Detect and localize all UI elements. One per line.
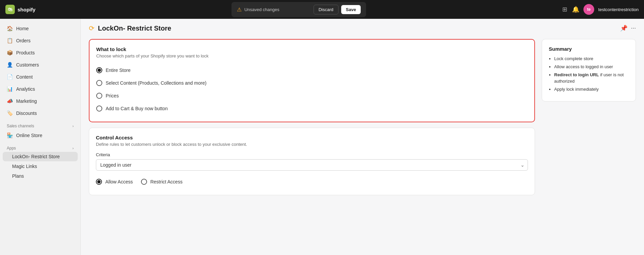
criteria-select[interactable]: Logged in user Customer tag Email domain [96, 159, 528, 171]
summary-item-1: Lock complete store [554, 56, 629, 62]
what-to-lock-card: What to lock Choose which parts of your … [89, 39, 535, 122]
radio-restrict-access-label: Restrict Access [150, 179, 183, 184]
page-header-right: 📌 ··· [620, 25, 636, 32]
sidebar-item-magic-links[interactable]: Magic Links [3, 162, 78, 171]
avatar[interactable]: te [583, 4, 594, 15]
access-options: Allow Access Restrict Access [96, 175, 528, 188]
sidebar-item-customers[interactable]: 👤 Customers [3, 59, 78, 71]
marketing-icon: 📣 [7, 98, 13, 104]
apps-expand-icon[interactable]: › [72, 146, 74, 150]
top-nav-actions: ⊞ 🔔 te testcontentrestriction [562, 4, 639, 15]
online-store-icon: 🏪 [7, 132, 13, 138]
more-options-icon[interactable]: ··· [631, 25, 636, 32]
shopify-logo: 🛍 shopify [5, 5, 35, 14]
sidebar-item-online-store[interactable]: 🏪 Online Store [3, 130, 78, 141]
username-label: testcontentrestriction [598, 7, 639, 12]
radio-select-content-circle [96, 80, 102, 86]
plans-label: Plans [12, 173, 24, 179]
save-button[interactable]: Save [341, 5, 361, 14]
apps-section: Apps › [3, 142, 78, 152]
what-to-lock-title: What to lock [96, 46, 528, 52]
shopify-wordmark: shopify [17, 7, 35, 12]
radio-select-content-label: Select Content (Products, Collections an… [106, 80, 207, 86]
sidebar-label-content: Content [16, 74, 33, 80]
sidebar-item-home[interactable]: 🏠 Home [3, 23, 78, 34]
sidebar-item-plans[interactable]: Plans [3, 171, 78, 181]
top-navigation: 🛍 shopify ⚠ Unsaved changes Discard Save… [0, 0, 644, 19]
summary-item-4: Apply lock immediately [554, 86, 629, 92]
what-to-lock-subtitle: Choose which parts of your Shopify store… [96, 53, 528, 58]
sidebar-label-customers: Customers [16, 62, 39, 68]
summary-item-3: Redirect to login URL if user is not aut… [554, 72, 629, 84]
unsaved-changes-bar: ⚠ Unsaved changes Discard Save [231, 2, 366, 17]
sales-channels-label: Sales channels [7, 124, 34, 128]
sidebar-label-discounts: Discounts [16, 111, 37, 116]
sidebar-label-analytics: Analytics [16, 86, 35, 92]
control-access-title: Control Access [96, 135, 528, 140]
sidebar-label-home: Home [16, 26, 29, 31]
main-column: What to lock Choose which parts of your … [89, 39, 535, 195]
radio-restrict-access[interactable]: Restrict Access [141, 175, 183, 188]
orders-icon: 📋 [7, 38, 13, 44]
app-icon: ⟳ [89, 24, 95, 32]
sidebar-label-orders: Orders [16, 38, 31, 43]
apps-label: Apps [7, 146, 16, 151]
page-header-left: ⟳ LockOn- Restrict Store [89, 24, 171, 32]
radio-entire-store[interactable]: Entire Store [96, 64, 528, 77]
sidebar-label-marketing: Marketing [16, 98, 37, 104]
radio-allow-access-circle [96, 179, 102, 185]
content-area: What to lock Choose which parts of your … [89, 39, 636, 195]
pin-icon[interactable]: 📌 [620, 25, 628, 32]
control-access-subtitle: Define rules to let customers unlock or … [96, 142, 528, 147]
home-icon: 🏠 [7, 26, 13, 32]
top-nav-center: ⚠ Unsaved changes Discard Save [39, 2, 558, 17]
lockon-label: LockOn- Restrict Store [12, 154, 60, 159]
expand-icon[interactable]: › [72, 124, 74, 128]
sidebar-label-products: Products [16, 50, 35, 55]
sidebar-item-discounts[interactable]: 🏷️ Discounts [3, 108, 78, 119]
summary-item-3-bold: Redirect to login URL [554, 72, 599, 77]
sidebar-label-online-store: Online Store [16, 133, 42, 138]
sidebar-item-lockon[interactable]: LockOn- Restrict Store [3, 152, 78, 161]
summary-card: Summary Lock complete store Allow access… [542, 39, 636, 101]
customers-icon: 👤 [7, 62, 13, 68]
radio-prices-circle [96, 93, 102, 99]
discounts-icon: 🏷️ [7, 110, 13, 116]
unsaved-label: Unsaved changes [244, 7, 279, 12]
radio-add-to-cart[interactable]: Add to Cart & Buy now button [96, 102, 528, 115]
radio-add-to-cart-circle [96, 105, 102, 112]
page-title: LockOn- Restrict Store [98, 25, 171, 32]
discard-button[interactable]: Discard [314, 5, 338, 14]
radio-entire-store-label: Entire Store [106, 68, 131, 73]
criteria-select-wrapper: Logged in user Customer tag Email domain… [96, 159, 528, 171]
sidebar-item-marketing[interactable]: 📣 Marketing [3, 95, 78, 107]
sidebar-item-content[interactable]: 📄 Content [3, 71, 78, 83]
sidebar: 🏠 Home 📋 Orders 📦 Products 👤 Customers 📄… [0, 19, 81, 255]
sidebar-item-orders[interactable]: 📋 Orders [3, 35, 78, 46]
summary-title: Summary [549, 46, 629, 52]
summary-list: Lock complete store Allow access to logg… [549, 56, 629, 92]
bell-icon[interactable]: 🔔 [572, 6, 579, 13]
content-icon: 📄 [7, 74, 13, 80]
radio-allow-access[interactable]: Allow Access [96, 175, 133, 188]
radio-prices[interactable]: Prices [96, 89, 528, 102]
page-header: ⟳ LockOn- Restrict Store 📌 ··· [89, 24, 636, 32]
grid-icon[interactable]: ⊞ [562, 6, 567, 13]
radio-add-to-cart-label: Add to Cart & Buy now button [106, 106, 168, 111]
sidebar-item-products[interactable]: 📦 Products [3, 47, 78, 58]
magic-links-label: Magic Links [12, 164, 37, 169]
shopify-bag-icon: 🛍 [5, 5, 15, 14]
unsaved-dot-icon: ⚠ [237, 6, 242, 13]
main-layout: 🏠 Home 📋 Orders 📦 Products 👤 Customers 📄… [0, 0, 644, 255]
sidebar-item-analytics[interactable]: 📊 Analytics [3, 83, 78, 95]
sales-channels-section: Sales channels › [3, 120, 78, 130]
radio-select-content[interactable]: Select Content (Products, Collections an… [96, 77, 528, 89]
analytics-icon: 📊 [7, 86, 13, 92]
nav-icon-group: ⊞ 🔔 [562, 6, 579, 13]
radio-prices-label: Prices [106, 93, 119, 98]
criteria-label: Criteria [96, 152, 528, 157]
control-access-card: Control Access Define rules to let custo… [89, 128, 535, 195]
summary-item-2: Allow access to logged in user [554, 64, 629, 70]
radio-allow-access-label: Allow Access [105, 179, 133, 184]
radio-entire-store-circle [96, 67, 102, 73]
